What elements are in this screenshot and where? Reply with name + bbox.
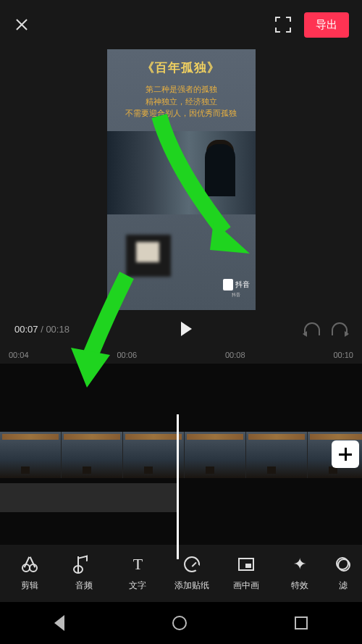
playhead[interactable] [177,414,179,559]
text-icon: T [133,555,143,574]
system-nav-bar [0,602,362,644]
pip-icon [238,558,254,571]
preview-scene [107,131,256,214]
close-button[interactable] [13,16,30,33]
scissors-icon [22,556,38,572]
tab-filter[interactable]: 滤 [332,555,354,592]
tab-cut[interactable]: 剪辑 [8,555,51,592]
douyin-watermark: 抖音 抖音 [223,279,250,298]
preview-subtitle-1: 第二种是强者的孤独 [113,83,250,96]
preview-blur-block [126,235,171,277]
redo-button[interactable] [332,322,348,335]
timeline[interactable] [0,364,362,574]
play-button[interactable] [181,322,192,336]
export-button[interactable]: 导出 [304,12,349,38]
add-clip-button[interactable] [332,440,359,468]
preview-title: 《百年孤独》 [142,61,220,75]
video-preview[interactable]: 《百年孤独》 第二种是强者的孤独 精神独立，经济独立 不需要迎合别人，因优秀而孤… [107,49,256,310]
clip-thumbnail[interactable] [62,432,123,478]
sticker-icon [184,556,200,572]
fullscreen-icon[interactable] [275,17,291,33]
nav-back-button[interactable] [54,615,64,631]
nav-home-button[interactable] [172,616,187,630]
clip-thumbnail[interactable] [0,432,62,478]
tab-audio[interactable]: 音频 [62,555,106,592]
audio-track[interactable] [0,483,177,512]
undo-button[interactable] [304,322,320,335]
clip-thumbnail[interactable] [123,432,185,478]
nav-recent-button[interactable] [295,616,308,630]
clip-thumbnail[interactable] [185,432,246,478]
filter-icon [336,557,350,572]
clip-thumbnail[interactable] [246,432,308,478]
clip-track[interactable] [0,432,362,478]
tab-fx[interactable]: ✦ 特效 [278,555,321,592]
star-icon: ✦ [293,555,306,574]
time-display: 00:07 / 00:18 [14,324,70,335]
preview-subtitle-2: 精神独立，经济独立 [113,96,250,108]
toolbar: 剪辑 音频 T 文字 添加贴纸 画中画 ✦ 特效 滤 [0,545,362,602]
music-icon [77,556,90,572]
tab-text[interactable]: T 文字 [116,555,159,592]
douyin-icon [223,279,233,290]
tab-sticker[interactable]: 添加贴纸 [170,555,214,592]
timeline-ruler: 00:04 00:06 00:08 00:10 [0,345,362,362]
preview-subtitle-3: 不需要迎合别人，因优秀而孤独 [113,107,250,120]
tab-pip[interactable]: 画中画 [224,555,268,592]
